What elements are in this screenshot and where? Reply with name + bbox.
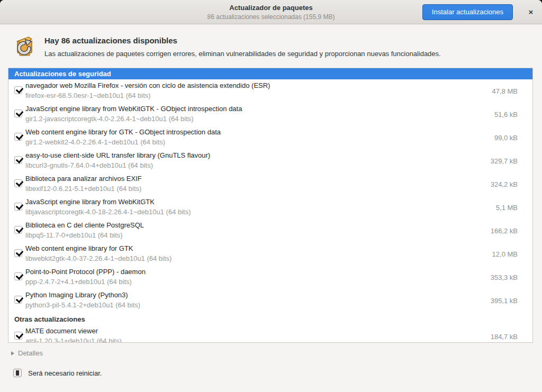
package-version: libcurl3-gnutls-7.64.0-4+deb10u1 (64 bit…	[25, 161, 153, 169]
package-title: navegador web Mozilla Firefox - versión …	[25, 81, 270, 89]
package-size: 99,0 kB	[494, 134, 518, 142]
package-checkbox[interactable]	[14, 179, 22, 187]
restart-notice-label: Será necesario reiniciar.	[28, 369, 102, 377]
details-label: Detalles	[18, 349, 43, 357]
package-row[interactable]: Biblioteca para analizar archivos EXIF l…	[8, 172, 532, 196]
details-expander[interactable]: Detalles	[11, 349, 43, 357]
package-row[interactable]: Web content engine library for GTK - GOb…	[8, 126, 532, 149]
restart-required-icon	[13, 369, 22, 377]
package-checkbox[interactable]	[14, 296, 22, 304]
window-content: Hay 86 actualizaciones disponibles Las a…	[0, 24, 542, 392]
package-size: 5,1 MB	[496, 204, 518, 212]
package-row[interactable]: Web content engine library for GTK libwe…	[8, 242, 532, 266]
package-version: python3-pil-5.4.1-2+deb10u1 (64 bits)	[25, 301, 140, 309]
package-checkbox[interactable]	[14, 133, 22, 141]
package-version: ppp-2.4.7-2+4.1+deb10u1 (64 bits)	[25, 278, 132, 286]
software-updater-icon	[13, 34, 37, 58]
package-size: 184,7 kB	[491, 333, 518, 341]
package-checkbox[interactable]	[14, 226, 22, 234]
package-size: 324,2 kB	[491, 180, 518, 188]
package-version: libwebkit2gtk-4.0-37-2.26.4-1~deb10u1 (6…	[25, 254, 171, 262]
package-row[interactable]: easy-to-use client-side URL transfer lib…	[8, 149, 532, 172]
package-row[interactable]: Biblioteca en C del cliente PostgreSQL l…	[8, 219, 532, 242]
package-title: Web content engine library for GTK	[25, 244, 133, 252]
package-checkbox[interactable]	[14, 249, 22, 257]
package-title: JavaScript engine library from WebKitGTK…	[25, 105, 242, 113]
titlebar: Actualizador de paquetes 86 actualizacio…	[0, 0, 542, 24]
package-row[interactable]: JavaScript engine library from WebKitGTK…	[8, 103, 532, 126]
package-updater-window: Actualizador de paquetes 86 actualizacio…	[0, 0, 542, 392]
package-checkbox[interactable]	[14, 156, 22, 164]
package-size: 329,7 kB	[491, 157, 518, 165]
updates-description: Las actualizaciones de paquetes corrigen…	[44, 50, 441, 58]
package-checkbox[interactable]	[14, 332, 22, 340]
section-header: Actualizaciones de seguridad	[8, 68, 532, 79]
updates-available-title: Hay 86 actualizaciones disponibles	[44, 36, 441, 45]
updates-header-text: Hay 86 actualizaciones disponibles Las a…	[44, 32, 441, 58]
package-size: 47,8 MB	[492, 87, 518, 95]
package-size: 353,3 kB	[491, 274, 518, 281]
package-row[interactable]: MATE document viewer atril-1.20.3-1+deb1…	[8, 325, 532, 343]
package-row[interactable]: navegador web Mozilla Firefox - versión …	[8, 79, 532, 103]
package-checkbox[interactable]	[14, 272, 22, 280]
package-size: 395,1 kB	[491, 297, 518, 305]
package-size: 166,2 kB	[491, 227, 518, 235]
package-title: JavaScript engine library from WebKitGTK	[25, 198, 155, 206]
package-version: libexif12-0.6.21-5.1+deb10u1 (64 bits)	[25, 185, 141, 193]
package-version: firefox-esr-68.5.0esr-1~deb10u1 (64 bits…	[25, 92, 151, 99]
package-list: Actualizaciones de seguridad navegador w…	[8, 68, 533, 343]
package-version: libjavascriptcoregtk-4.0-18-2.26.4-1~deb…	[25, 208, 191, 216]
close-icon[interactable]: ×	[525, 7, 537, 17]
package-checkbox[interactable]	[14, 86, 22, 94]
package-row[interactable]: Point-to-Point Protocol (PPP) - daemon p…	[8, 266, 532, 289]
package-size: 12,0 MB	[492, 250, 518, 258]
package-title: Point-to-Point Protocol (PPP) - daemon	[25, 268, 146, 276]
package-title: Python Imaging Library (Python3)	[25, 291, 128, 299]
expander-arrow-icon	[11, 351, 14, 355]
package-row[interactable]: JavaScript engine library from WebKitGTK…	[8, 196, 532, 219]
package-version: gir1.2-webkit2-4.0-2.26.4-1~deb10u1 (64 …	[25, 138, 165, 146]
package-row[interactable]: Python Imaging Library (Python3) python3…	[8, 289, 532, 312]
package-title: easy-to-use client-side URL transfer lib…	[25, 151, 210, 159]
updates-header: Hay 86 actualizaciones disponibles Las a…	[13, 32, 529, 58]
package-checkbox[interactable]	[14, 203, 22, 211]
package-version: atril-1.20.3-1+deb10u1 (64 bits)	[25, 337, 122, 343]
package-title: Biblioteca para analizar archivos EXIF	[25, 175, 142, 183]
install-updates-button[interactable]: Instalar actualizaciones	[422, 4, 513, 20]
package-version: gir1.2-javascriptcoregtk-4.0-2.26.4-1~de…	[25, 115, 194, 123]
package-size: 51,6 kB	[494, 111, 518, 118]
package-title: Web content engine library for GTK - GOb…	[25, 128, 221, 136]
package-checkbox[interactable]	[14, 110, 22, 117]
section-header: Otras actualizaciones	[8, 312, 532, 325]
package-title: MATE document viewer	[25, 327, 98, 335]
package-version: libpq5-11.7-0+deb10u1 (64 bits)	[25, 231, 123, 239]
restart-notice-row: Será necesario reiniciar.	[13, 369, 102, 377]
package-title: Biblioteca en C del cliente PostgreSQL	[25, 221, 144, 229]
